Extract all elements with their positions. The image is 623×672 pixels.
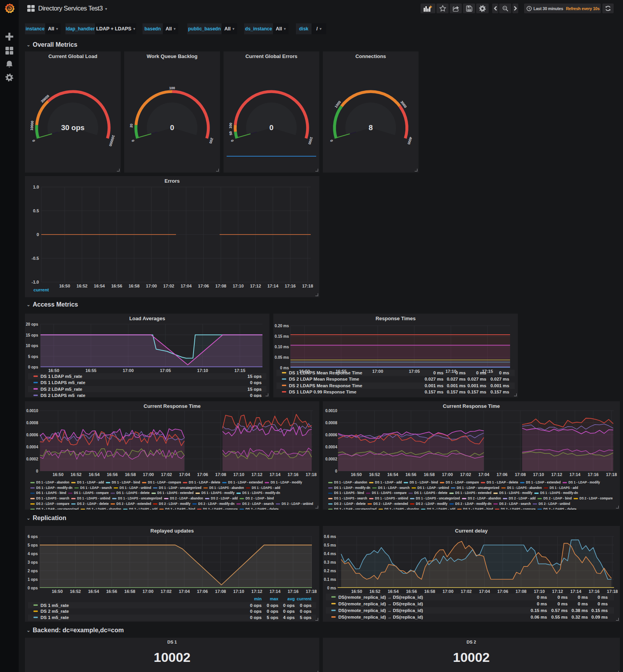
svg-text:avg: avg: [287, 596, 295, 601]
svg-text:DS 2 - LDAP - modify-dn: DS 2 - LDAP - modify-dn: [455, 501, 491, 506]
svg-text:DS 2 - LDAP - search: DS 2 - LDAP - search: [242, 501, 274, 506]
svg-text:DS 1 - LDAP - add: DS 1 - LDAP - add: [77, 480, 104, 484]
svg-text:0 ms: 0 ms: [537, 595, 547, 600]
svg-text:0.0004: 0.0004: [325, 445, 337, 449]
svg-text:DS 1 - LDAP - unbind: DS 1 - LDAP - unbind: [120, 485, 151, 490]
svg-text:20: 20: [129, 123, 134, 128]
svg-text:17:08: 17:08: [215, 589, 226, 594]
svg-text:0 ops: 0 ops: [28, 586, 38, 590]
svg-text:17:14: 17:14: [268, 284, 279, 288]
svg-text:DS 2 - LDAP - extended: DS 2 - LDAP - extended: [116, 501, 151, 506]
svg-text:16:55: 16:55: [86, 368, 97, 373]
svg-text:0 ops: 0 ops: [300, 603, 312, 608]
svg-text:DS(remote_replica_id) → DS(rep: DS(remote_replica_id) → DS(replica_id): [338, 601, 423, 606]
svg-text:17:08: 17:08: [215, 472, 226, 477]
svg-text:17:10: 17:10: [233, 284, 244, 288]
svg-text:0: 0: [32, 139, 36, 142]
svg-text:0 ms: 0 ms: [578, 595, 588, 600]
svg-text:max: max: [270, 596, 279, 601]
svg-text:17:12: 17:12: [552, 589, 563, 594]
svg-text:DS 2 - LDAP - delete: DS 2 - LDAP - delete: [77, 501, 109, 506]
svg-text:0.1 ms: 0.1 ms: [324, 577, 336, 582]
svg-text:16:56: 16:56: [405, 472, 416, 477]
svg-text:17:18: 17:18: [607, 589, 618, 594]
svg-text:0.05 ms: 0.05 ms: [275, 355, 289, 360]
svg-text:16:58: 16:58: [125, 472, 136, 477]
svg-text:DS 2 - LDAP - bind: DS 2 - LDAP - bind: [245, 496, 274, 500]
svg-text:4000: 4000: [407, 136, 413, 145]
svg-text:17:00: 17:00: [442, 589, 453, 594]
svg-text:16:56: 16:56: [107, 472, 118, 477]
svg-text:16:56: 16:56: [106, 589, 117, 594]
svg-text:17:18: 17:18: [306, 589, 317, 594]
svg-text:DS 1 - LDAPS - unbind: DS 1 - LDAPS - unbind: [375, 496, 408, 500]
svg-text:0 ms: 0 ms: [578, 601, 588, 606]
svg-text:17:06: 17:06: [197, 472, 208, 477]
svg-text:17:14: 17:14: [570, 472, 581, 477]
svg-text:0.0002: 0.0002: [325, 457, 337, 461]
svg-text:16:50: 16:50: [351, 472, 362, 477]
svg-text:0.38 ms: 0.38 ms: [572, 608, 588, 613]
svg-text:16:54: 16:54: [388, 589, 399, 594]
svg-text:0: 0: [329, 139, 334, 142]
svg-text:17:00: 17:00: [146, 284, 157, 288]
svg-text:17:04: 17:04: [479, 589, 490, 594]
svg-text:DS 2 - LDAP - bind: DS 2 - LDAP - bind: [543, 496, 572, 500]
svg-text:0.157 ms: 0.157 ms: [447, 390, 466, 394]
svg-text:16:52: 16:52: [77, 284, 88, 288]
svg-text:DS 1 - LDAPS - abandon: DS 1 - LDAPS - abandon: [209, 485, 244, 490]
svg-text:0.0010: 0.0010: [325, 409, 337, 413]
svg-text:DS 1 LDAP m5_rate: DS 1 LDAP m5_rate: [40, 374, 82, 379]
svg-text:16:50: 16:50: [351, 589, 362, 594]
svg-text:DS 1 - LDAPS - compare: DS 1 - LDAPS - compare: [372, 490, 407, 495]
svg-text:5 ops: 5 ops: [28, 355, 39, 359]
svg-text:0.3 ms: 0.3 ms: [324, 560, 336, 564]
svg-text:0 ops: 0 ops: [250, 603, 262, 608]
svg-text:0.09 ms: 0.09 ms: [591, 615, 608, 619]
svg-text:DS 2 - LDAP - compare: DS 2 - LDAP - compare: [36, 501, 69, 506]
svg-text:10002: 10002: [154, 650, 191, 665]
svg-text:17:00: 17:00: [442, 472, 453, 477]
svg-text:17:16: 17:16: [288, 589, 299, 594]
svg-text:17:06: 17:06: [197, 589, 208, 594]
svg-text:0 ms: 0 ms: [558, 595, 568, 600]
svg-text:1 ops: 1 ops: [28, 577, 38, 582]
svg-text:DS 1 LDAPS m5_rate: DS 1 LDAPS m5_rate: [40, 380, 85, 385]
svg-text:17:18: 17:18: [302, 284, 313, 288]
svg-text:17:12: 17:12: [252, 589, 262, 594]
svg-text:0 ops: 0 ops: [300, 609, 312, 614]
svg-text:20 ops: 20 ops: [26, 322, 38, 326]
svg-text:DS 1 - LDAP - bind: DS 1 - LDAP - bind: [112, 480, 140, 484]
svg-text:DS 1 - LDAPS - bind: DS 1 - LDAPS - bind: [36, 490, 66, 495]
svg-text:17:00: 17:00: [123, 368, 134, 373]
svg-text:0.157 ms: 0.157 ms: [490, 390, 509, 394]
svg-text:0.6 ms: 0.6 ms: [324, 534, 336, 539]
svg-text:5 ops: 5 ops: [28, 543, 38, 547]
svg-text:DS 1 - LDAP - modify: DS 1 - LDAP - modify: [271, 480, 303, 484]
svg-text:DS 2 - LDAP - modify: DS 2 - LDAP - modify: [416, 501, 448, 506]
svg-text:17:14: 17:14: [269, 589, 281, 594]
svg-text:16:50: 16:50: [59, 284, 70, 288]
svg-text:DS 1 m5_rate: DS 1 m5_rate: [40, 603, 69, 608]
svg-text:DS 1 m5_rate: DS 1 m5_rate: [40, 615, 69, 620]
svg-text:DS 2 - LDAP - abandon: DS 2 - LDAP - abandon: [468, 496, 501, 500]
svg-text:0.10 ms: 0.10 ms: [275, 345, 289, 349]
svg-text:DS 2 LDAP Mean Response Time: DS 2 LDAP Mean Response Time: [289, 377, 359, 381]
svg-text:DS(remote_replica_id) → DS(rep: DS(remote_replica_id) → DS(replica_id): [338, 615, 423, 619]
svg-text:DS 1 - LDAPS - uncategorized: DS 1 - LDAPS - uncategorized: [416, 496, 460, 500]
svg-text:DS 1 - LDAP - uncategorized: DS 1 - LDAP - uncategorized: [457, 485, 499, 490]
svg-text:17:16: 17:16: [588, 472, 598, 477]
svg-text:0: 0: [131, 139, 135, 142]
svg-text:0 ms: 0 ms: [476, 370, 486, 375]
svg-text:0 ms: 0 ms: [499, 370, 509, 375]
svg-text:2 ops: 2 ops: [28, 569, 38, 573]
svg-text:16:54: 16:54: [94, 284, 105, 288]
svg-text:16:54: 16:54: [89, 472, 100, 477]
svg-text:1.0: 1.0: [33, 185, 39, 189]
svg-text:0.06 ms: 0.06 ms: [531, 615, 547, 619]
svg-text:17:16: 17:16: [589, 589, 600, 594]
svg-text:0: 0: [37, 232, 39, 237]
svg-text:0.55 ms: 0.55 ms: [551, 615, 568, 619]
svg-text:0 ms: 0 ms: [327, 586, 336, 590]
svg-text:0.15 ms: 0.15 ms: [275, 334, 289, 339]
